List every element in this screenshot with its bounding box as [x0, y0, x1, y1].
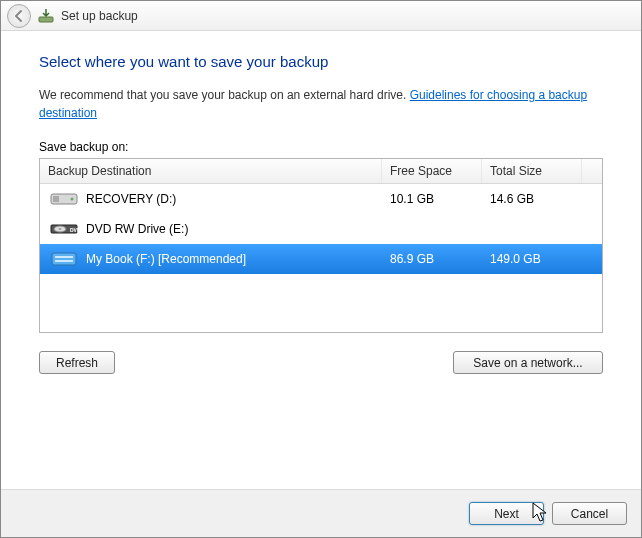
- table-row[interactable]: RECOVERY (D:) 10.1 GB 14.6 GB: [40, 184, 602, 214]
- svg-rect-8: [52, 253, 76, 265]
- external-drive-icon: [50, 249, 78, 269]
- table-row[interactable]: DVD DVD RW Drive (E:): [40, 214, 602, 244]
- svg-point-6: [59, 228, 62, 230]
- drive-name: My Book (F:) [Recommended]: [86, 252, 246, 266]
- action-row: Refresh Save on a network...: [39, 351, 603, 374]
- backup-app-icon: [37, 7, 55, 25]
- refresh-button[interactable]: Refresh: [39, 351, 115, 374]
- svg-text:DVD: DVD: [70, 227, 78, 233]
- col-padding: [582, 159, 602, 183]
- window-title: Set up backup: [61, 9, 138, 23]
- next-button[interactable]: Next: [469, 502, 544, 525]
- footer: Next Cancel: [1, 489, 641, 537]
- save-on-label: Save backup on:: [39, 140, 603, 154]
- wizard-window: Set up backup Select where you want to s…: [0, 0, 642, 538]
- cancel-button[interactable]: Cancel: [552, 502, 627, 525]
- drive-name: RECOVERY (D:): [86, 192, 176, 206]
- table-header: Backup Destination Free Space Total Size: [40, 159, 602, 184]
- drive-free: 86.9 GB: [382, 252, 482, 266]
- svg-rect-10: [55, 260, 73, 262]
- back-arrow-icon: [12, 9, 26, 23]
- drive-table: Backup Destination Free Space Total Size…: [39, 158, 603, 333]
- svg-rect-2: [53, 196, 59, 202]
- col-destination[interactable]: Backup Destination: [40, 159, 382, 183]
- recommendation-text: We recommend that you save your backup o…: [39, 86, 603, 122]
- page-heading: Select where you want to save your backu…: [39, 53, 603, 70]
- save-network-button[interactable]: Save on a network...: [453, 351, 603, 374]
- drive-free: 10.1 GB: [382, 192, 482, 206]
- drive-total: 14.6 GB: [482, 192, 582, 206]
- drive-name: DVD RW Drive (E:): [86, 222, 188, 236]
- svg-rect-0: [39, 17, 53, 22]
- col-free-space[interactable]: Free Space: [382, 159, 482, 183]
- svg-point-3: [71, 198, 74, 201]
- drive-total: 149.0 GB: [482, 252, 582, 266]
- content-area: Select where you want to save your backu…: [1, 31, 641, 489]
- back-button[interactable]: [7, 4, 31, 28]
- svg-rect-9: [55, 256, 73, 258]
- hdd-icon: [50, 189, 78, 209]
- table-row[interactable]: My Book (F:) [Recommended] 86.9 GB 149.0…: [40, 244, 602, 274]
- dvd-icon: DVD: [50, 219, 78, 239]
- titlebar: Set up backup: [1, 1, 641, 31]
- recommendation-prefix: We recommend that you save your backup o…: [39, 88, 410, 102]
- col-total-size[interactable]: Total Size: [482, 159, 582, 183]
